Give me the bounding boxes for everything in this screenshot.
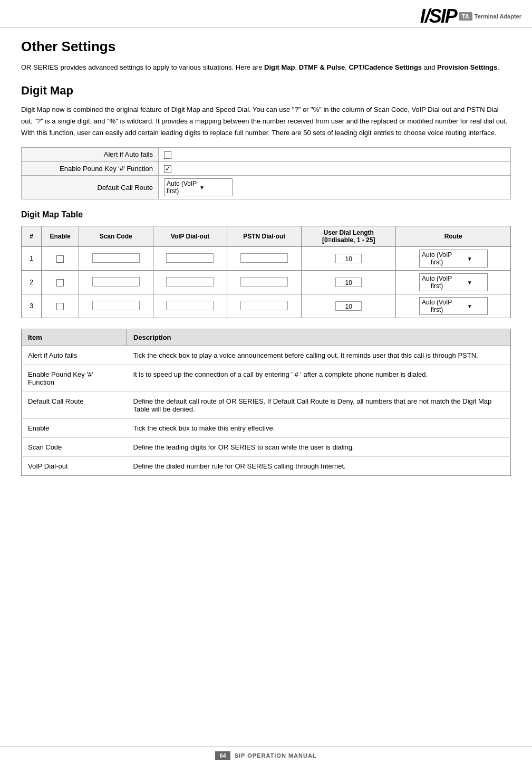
desc-item-scan-code: Scan Code [22,438,127,457]
list-item: Scan Code Define the leading digits for … [22,438,511,457]
default-call-route-select-value: Auto (VoIP first) [167,180,197,195]
desc-text-default-call-route: Define the default call route of OR SERI… [127,392,511,419]
row2-pstn-input[interactable] [240,277,288,286]
desc-text-scan-code: Define the leading digits for OR SERIES … [127,438,511,457]
row3-num: 3 [22,294,42,318]
row2-num: 2 [22,271,42,294]
digit-map-body: Digit Map now is combined the original f… [21,104,511,139]
page-title: Other Settings [21,39,511,55]
desc-text-enable: Tick the check box to make this entry ef… [127,419,511,438]
list-item: Enable Tick the check box to make this e… [22,419,511,438]
desc-item-enable: Enable [22,419,127,438]
row3-scan [79,294,153,318]
default-call-route-select[interactable]: Auto (VoIP first) ▼ [164,178,233,196]
row1-scan-input[interactable] [92,253,140,263]
col-header-voip-dialout: VoIP Dial-out [153,226,227,247]
default-call-route-label: Default Call Route [22,176,159,199]
row2-scan [79,271,153,294]
digit-map-table-header-row: # Enable Scan Code VoIP Dial-out PSTN Di… [22,226,511,247]
row3-enable [42,294,79,318]
row1-route-arrow: ▼ [454,256,485,262]
col-header-route: Route [396,226,511,247]
desc-item-default-call-route: Default Call Route [22,392,127,419]
row3-voip-input[interactable] [166,301,214,310]
row3-pstn [227,294,302,318]
pound-key-checkbox[interactable] [164,165,171,173]
alert-auto-fails-value [159,148,511,162]
row3-route-select[interactable]: Auto (VoIP first) ▼ [419,297,488,315]
desc-text-voip-dialout: Define the dialed number rule for OR SER… [127,457,511,476]
row1-voip-input[interactable] [166,253,214,263]
intro-text: OR SERIES provides advanced settings to … [21,62,511,73]
row2-udl: 10 [302,271,396,294]
row3-udl-input[interactable]: 10 [335,301,362,311]
alert-auto-fails-checkbox[interactable] [164,151,171,159]
row3-pstn-input[interactable] [240,301,288,310]
desc-text-alert: Tick the check box to play a voice annou… [127,346,511,365]
default-call-route-row: Default Call Route Auto (VoIP first) ▼ [22,176,511,199]
row3-voip [153,294,227,318]
terminal-adapter-label: Terminal Adapter [475,13,521,20]
col-header-udl: User Dial Length[0=disable, 1 - 25] [302,226,396,247]
row2-voip-input[interactable] [166,277,214,286]
row2-checkbox[interactable] [56,279,64,286]
desc-item-pound-key: Enable Pound Key '#' Function [22,365,127,392]
desc-item-alert: Alert if Auto fails [22,346,127,365]
row3-udl: 10 [302,294,396,318]
row2-scan-input[interactable] [92,277,140,286]
desc-table-header-row: Item Description [22,329,511,346]
ta-badge: TA [459,12,472,21]
row2-route-value: Auto (VoIP first) [422,275,452,290]
row3-route-value: Auto (VoIP first) [422,299,452,313]
row1-num: 1 [22,247,42,271]
page-footer: 64 SIP OPERATION MANUAL [0,747,532,764]
logo-area: I/SIP TA Terminal Adapter [420,5,521,27]
row2-udl-input[interactable]: 10 [335,278,362,287]
row1-route-value: Auto (VoIP first) [422,251,452,266]
pound-key-value [159,161,511,176]
list-item: Alert if Auto fails Tick the check box t… [22,346,511,365]
list-item: Enable Pound Key '#' Function It is to s… [22,365,511,392]
row3-route-arrow: ▼ [454,303,485,309]
alert-auto-fails-label: Alert if Auto fails [22,148,159,162]
row2-route-select[interactable]: Auto (VoIP first) ▼ [419,273,488,291]
digit-map-table: # Enable Scan Code VoIP Dial-out PSTN Di… [21,226,511,318]
settings-form: Alert if Auto fails Enable Pound Key '#'… [21,147,511,199]
row3-route: Auto (VoIP first) ▼ [396,294,511,318]
row1-pstn-input[interactable] [240,253,288,263]
main-content: Other Settings OR SERIES provides advanc… [0,33,532,481]
row2-enable [42,271,79,294]
default-call-route-value: Auto (VoIP first) ▼ [159,176,511,199]
row2-route: Auto (VoIP first) ▼ [396,271,511,294]
desc-col-description: Description [127,329,511,346]
col-header-enable: Enable [42,226,79,247]
table-row: 2 10 Auto (VoIP first) ▼ [22,271,511,294]
col-header-scan-code: Scan Code [79,226,153,247]
table-row: 1 10 Auto (VoIP first) ▼ [22,247,511,271]
select-dropdown-arrow: ▼ [199,185,230,190]
desc-item-voip-dialout: VoIP Dial-out [22,457,127,476]
desc-text-pound-key: It is to speed up the connection of a ca… [127,365,511,392]
description-table: Item Description Alert if Auto fails Tic… [21,329,511,476]
row3-scan-input[interactable] [92,301,140,310]
footer-page-number: 64 [215,751,230,760]
row1-voip [153,247,227,271]
logo-text: I/SIP [420,5,457,27]
alert-auto-fails-row: Alert if Auto fails [22,148,511,162]
row1-pstn [227,247,302,271]
row1-checkbox[interactable] [56,255,64,263]
col-header-num: # [22,226,42,247]
row1-enable [42,247,79,271]
row3-checkbox[interactable] [56,303,64,310]
row2-voip [153,271,227,294]
row1-route-select[interactable]: Auto (VoIP first) ▼ [419,250,488,268]
table-row: 3 10 Auto (VoIP first) ▼ [22,294,511,318]
row1-scan [79,247,153,271]
desc-col-item: Item [22,329,127,346]
list-item: VoIP Dial-out Define the dialed number r… [22,457,511,476]
pound-key-label: Enable Pound Key '#' Function [22,161,159,176]
row2-route-arrow: ▼ [454,280,485,285]
list-item: Default Call Route Define the default ca… [22,392,511,419]
row1-udl-input[interactable]: 10 [335,254,362,263]
digit-map-table-title: Digit Map Table [21,210,511,219]
